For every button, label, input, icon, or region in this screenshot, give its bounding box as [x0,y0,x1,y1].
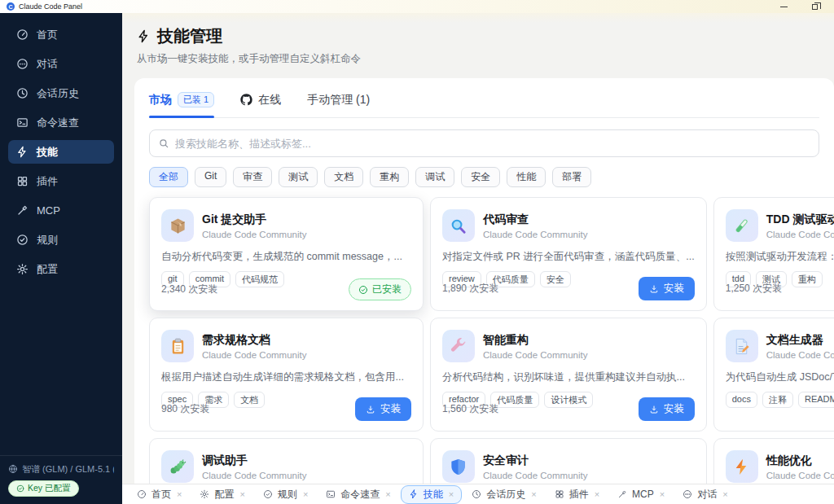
install-count: 980 次安装 [161,402,209,416]
skill-card[interactable]: 调试助手 Claude Code Community 系统性排查 Bug：复现 … [149,438,424,484]
sidebar-item[interactable]: 配置 [8,257,114,281]
panel-tab[interactable]: 手动管理 (1) [307,92,370,117]
skill-card[interactable]: 文档生成器 Claude Code Community 为代码自动生成 JSDo… [713,318,834,432]
close-icon[interactable] [531,489,536,499]
gauge-icon [16,28,29,41]
close-icon[interactable] [239,489,244,499]
filter-chip[interactable]: Git [195,167,226,187]
open-tab[interactable]: 配置 [191,485,252,504]
skills-grid: Git 提交助手 Claude Code Community 自动分析代码变更，… [149,197,819,484]
panel-tab[interactable]: 在线 [240,92,281,117]
filter-chip[interactable]: 重构 [370,167,409,187]
skill-vendor: Claude Code Community [766,350,834,360]
search-icon [158,138,169,149]
close-icon[interactable] [449,489,454,499]
open-tab[interactable]: 技能 [401,485,462,504]
skill-vendor: Claude Code Community [483,350,587,360]
skill-vendor: Claude Code Community [202,471,306,480]
close-icon[interactable] [722,489,727,499]
close-icon[interactable] [303,489,308,499]
skill-card[interactable]: Git 提交助手 Claude Code Community 自动分析代码变更，… [149,197,424,311]
close-icon[interactable] [385,489,390,499]
install-button[interactable]: 安装 [355,397,411,421]
skill-title: 安全审计 [483,454,587,468]
panel-tab[interactable]: 市场 已装 1 [149,92,214,117]
filter-chip[interactable]: 调试 [415,167,454,187]
open-tab[interactable]: 插件 [546,485,608,504]
open-tab[interactable]: MCP [609,486,673,502]
grid-icon [555,489,564,499]
close-icon[interactable] [660,489,665,499]
skill-title: 性能优化 [766,454,834,468]
sidebar: 首页 对话 会话历史 命令速查 [0,13,122,504]
skill-card[interactable]: 智能重构 Claude Code Community 分析代码结构，识别坏味道，… [430,318,707,432]
skill-vendor: Claude Code Community [483,230,587,239]
sidebar-item-label: 对话 [37,57,58,72]
bug-icon [161,450,194,483]
filter-chip[interactable]: 测试 [279,167,318,187]
grid-icon [16,175,29,187]
close-icon[interactable] [595,489,599,499]
chat-icon [683,489,692,499]
filter-chip[interactable]: 审查 [233,167,272,187]
sidebar-item[interactable]: 规则 [8,228,114,252]
open-tab[interactable]: 命令速查 [318,485,398,504]
chat-icon [16,58,29,70]
open-tab[interactable]: 会话历史 [463,485,544,504]
skill-card[interactable]: 代码审查 Claude Code Community 对指定文件或 PR 进行全… [430,197,707,311]
open-tab[interactable]: 规则 [255,485,316,504]
sidebar-footer: 智谱 (GLM) / GLM-5.1 (... Key 已配置 [0,455,122,504]
close-icon[interactable] [177,489,182,499]
bolt-icon [409,489,419,499]
download-icon [649,284,659,294]
titlebar: C Claude Code Panel [0,0,834,13]
install-count: 1,560 次安装 [442,402,498,416]
model-provider[interactable]: 智谱 (GLM) / GLM-5.1 (... [8,463,114,476]
install-count: 1,890 次安装 [442,282,498,296]
maximize-button[interactable] [812,4,818,10]
install-button[interactable]: 安装 [639,397,695,421]
sidebar-item-label: 技能 [37,145,58,160]
filter-chip[interactable]: 部署 [552,167,591,187]
skill-card[interactable]: 性能优化 Claude Code Community 分析性能瓶颈，提供前端/后… [713,438,834,484]
skill-card[interactable]: TDD 测试驱动 Claude Code Community 按照测试驱动开发流… [713,197,834,311]
sidebar-item[interactable]: 对话 [8,52,114,76]
open-tab-label: 技能 [424,488,443,502]
search-box [149,129,819,157]
sidebar-item[interactable]: 命令速查 [8,111,114,134]
skill-title: 调试助手 [202,454,306,468]
bolt-icon [137,29,151,43]
skill-vendor: Claude Code Community [202,350,306,360]
search-input[interactable] [175,138,810,150]
open-tab[interactable]: 对话 [674,485,735,504]
sidebar-item-label: 首页 [37,28,58,42]
filter-chip[interactable]: 性能 [507,167,546,187]
package-icon [161,209,194,242]
skill-title: 需求规格文档 [202,333,306,348]
skill-description: 对指定文件或 PR 进行全面代码审查，涵盖代码质量、... [442,250,695,264]
clock-icon [16,87,29,99]
filter-chip[interactable]: 文档 [324,167,363,187]
skill-description: 分析代码结构，识别坏味道，提供重构建议并自动执... [442,370,695,384]
open-tab[interactable]: 首页 [129,485,190,504]
filter-chips: 全部 Git 审查 测试 文档 重构 调试 安全 性能 部 [149,167,819,187]
sidebar-item[interactable]: 会话历史 [8,81,114,105]
minimize-button[interactable] [780,7,788,7]
sidebar-item[interactable]: MCP [8,199,114,222]
skill-card[interactable]: 需求规格文档 Claude Code Community 根据用户描述自动生成详… [149,318,424,432]
skill-card[interactable]: 安全审计 Claude Code Community 对项目进行安全审计：检查 … [430,438,707,484]
test-tube-icon [726,209,758,242]
skill-title: 智能重构 [483,333,587,348]
sidebar-item[interactable]: 首页 [8,23,114,46]
sidebar-item[interactable]: 插件 [8,169,114,193]
filter-chip[interactable]: 全部 [149,167,188,187]
filter-chip[interactable]: 安全 [461,167,500,187]
install-button[interactable]: 安装 [639,277,695,300]
sidebar-item[interactable]: 技能 [8,140,114,164]
pen-icon [16,204,29,217]
sidebar-item-label: MCP [37,204,60,217]
tab-label: 手动管理 (1) [307,93,370,107]
open-tab-label: 会话历史 [486,488,525,502]
app-logo-icon: C [7,2,15,11]
open-tab-label: 命令速查 [340,488,380,502]
